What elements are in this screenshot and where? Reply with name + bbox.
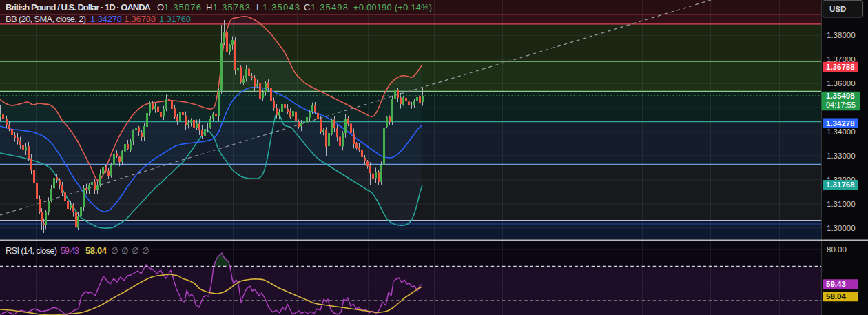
svg-text:1.35498: 1.35498: [311, 2, 348, 12]
svg-text:59.43: 59.43: [61, 245, 79, 256]
svg-text:1.35763: 1.35763: [213, 2, 250, 12]
svg-text:British Pound / U.S. Dollar ·: British Pound / U.S. Dollar · 1D · OANDA: [6, 2, 152, 12]
svg-text:1.38000: 1.38000: [827, 31, 856, 39]
svg-text:80.00: 80.00: [827, 245, 847, 254]
svg-text:O: O: [157, 2, 164, 12]
svg-text:1.31768: 1.31768: [826, 181, 855, 189]
svg-text:1.33000: 1.33000: [827, 152, 856, 160]
svg-text:∅: ∅: [121, 246, 128, 256]
svg-text:H: H: [206, 2, 212, 12]
svg-text:1.35043: 1.35043: [262, 2, 300, 12]
svg-text:1.34000: 1.34000: [827, 128, 856, 136]
svg-text:04:17:55: 04:17:55: [826, 101, 856, 109]
svg-text:1.36000: 1.36000: [827, 79, 856, 88]
svg-text:1.34278: 1.34278: [826, 119, 855, 128]
svg-text:+0.00190 (+0.14%): +0.00190 (+0.14%): [353, 2, 432, 12]
svg-text:58.04: 58.04: [85, 245, 107, 256]
svg-text:1.35076: 1.35076: [164, 2, 201, 12]
svg-text:L: L: [256, 2, 261, 12]
svg-text:1.36788: 1.36788: [826, 63, 855, 71]
svg-text:∅: ∅: [111, 246, 118, 256]
svg-text:1.34278: 1.34278: [90, 14, 122, 24]
svg-text:59.43: 59.43: [826, 280, 846, 288]
svg-text:C: C: [304, 2, 310, 12]
svg-text:∅: ∅: [142, 246, 149, 256]
svg-text:1.31000: 1.31000: [827, 200, 856, 208]
svg-text:1.31768: 1.31768: [159, 14, 191, 24]
svg-text:58.04: 58.04: [826, 292, 846, 301]
svg-text:BB (20, SMA, close, 2): BB (20, SMA, close, 2): [6, 14, 86, 24]
svg-text:1.30000: 1.30000: [827, 224, 856, 232]
svg-text:USD: USD: [829, 5, 846, 13]
svg-text:RSI (14, close): RSI (14, close): [6, 245, 57, 256]
svg-text:∅: ∅: [132, 246, 138, 256]
svg-text:1.35498: 1.35498: [826, 92, 855, 100]
svg-text:1.36788: 1.36788: [124, 14, 156, 24]
